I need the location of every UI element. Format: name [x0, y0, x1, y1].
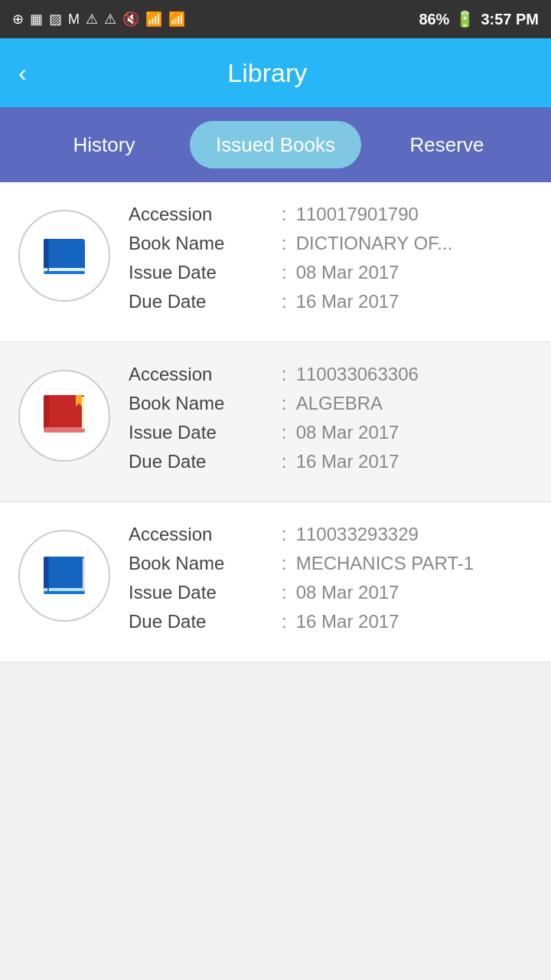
duedate-value-3: 16 Mar 2017: [296, 611, 399, 632]
doc-icon: ▦: [30, 11, 43, 28]
mail-icon: M: [68, 11, 80, 28]
accession-label-3: Accession: [129, 524, 282, 545]
tab-history[interactable]: History: [18, 121, 190, 168]
book-item-3: Accession : 110033293329 Book Name : MEC…: [0, 502, 551, 662]
accession-colon-2: :: [282, 364, 287, 385]
svg-rect-8: [82, 397, 85, 429]
svg-rect-3: [44, 271, 85, 274]
svg-rect-15: [83, 558, 85, 589]
issuedate-value-3: 08 Mar 2017: [296, 582, 399, 603]
page-title: Library: [42, 58, 493, 88]
bookname-value-1: DICTIONARY OF...: [296, 233, 452, 254]
svg-rect-0: [44, 239, 85, 271]
book-details-1: Accession : 110017901790 Book Name : DIC…: [129, 204, 533, 320]
issuedate-label-3: Issue Date: [129, 582, 282, 603]
mute-icon: 🔇: [122, 11, 139, 28]
bookname-value-2: ALGEBRA: [296, 393, 383, 414]
tab-pill: History Issued Books Reserve: [18, 121, 533, 168]
svg-rect-6: [44, 395, 49, 430]
book-icon-wrap-2: [18, 370, 110, 462]
book-icon-red-2: [37, 391, 91, 441]
bookname-row-2: Book Name : ALGEBRA: [129, 393, 533, 414]
tab-bar: History Issued Books Reserve: [0, 107, 551, 182]
wifi-icon: 📶: [145, 11, 162, 28]
duedate-value-1: 16 Mar 2017: [296, 291, 399, 312]
bookname-label-1: Book Name: [129, 233, 282, 254]
issuedate-value-1: 08 Mar 2017: [296, 262, 399, 283]
svg-rect-7: [44, 427, 85, 433]
accession-value-2: 110033063306: [296, 364, 419, 385]
issuedate-label-1: Issue Date: [129, 262, 282, 283]
status-bar: ⊕ ▦ ▨ M ⚠ ⚠ 🔇 📶 📶 86% 🔋 3:57 PM: [0, 0, 551, 38]
bookname-row-1: Book Name : DICTIONARY OF...: [129, 233, 533, 254]
issuedate-value-2: 08 Mar 2017: [296, 422, 399, 443]
battery-percent: 86%: [419, 11, 449, 28]
bookname-value-3: MECHANICS PART-1: [296, 553, 474, 574]
header: ‹ Library: [0, 38, 551, 107]
duedate-colon-3: :: [282, 611, 287, 632]
add-icon: ⊕: [12, 11, 24, 28]
warn-icon: ⚠: [86, 11, 98, 28]
issuedate-label-2: Issue Date: [129, 422, 282, 443]
accession-value-1: 110017901790: [296, 204, 419, 225]
tab-issued-books[interactable]: Issued Books: [190, 121, 361, 168]
back-button[interactable]: ‹: [18, 59, 27, 87]
book-icon-wrap-3: [18, 530, 110, 622]
svg-rect-11: [44, 557, 48, 590]
accession-colon-3: :: [282, 524, 287, 545]
duedate-row-2: Due Date : 16 Mar 2017: [129, 451, 533, 472]
issuedate-row-1: Issue Date : 08 Mar 2017: [129, 262, 533, 283]
issuedate-colon-2: :: [282, 422, 287, 443]
book-icon-blue-3: [37, 552, 91, 599]
accession-row-1: Accession : 110017901790: [129, 204, 533, 225]
book-list: Accession : 110017901790 Book Name : DIC…: [0, 182, 551, 662]
bookname-row-3: Book Name : MECHANICS PART-1: [129, 553, 533, 574]
accession-label-2: Accession: [129, 364, 282, 385]
book-details-2: Accession : 110033063306 Book Name : ALG…: [129, 364, 533, 480]
accession-label-1: Accession: [129, 204, 282, 225]
book-item-1: Accession : 110017901790 Book Name : DIC…: [0, 182, 551, 342]
bookname-colon-3: :: [282, 553, 287, 574]
duedate-label-1: Due Date: [129, 291, 282, 312]
signal-icon: 📶: [168, 11, 185, 28]
book-item-2: Accession : 110033063306 Book Name : ALG…: [0, 342, 551, 502]
duedate-value-2: 16 Mar 2017: [296, 451, 399, 472]
bookname-label-2: Book Name: [129, 393, 282, 414]
bookname-colon-2: :: [282, 393, 287, 414]
accession-colon-1: :: [282, 204, 287, 225]
bookname-label-3: Book Name: [129, 553, 282, 574]
book-icon-blue-1: [37, 233, 91, 279]
duedate-colon-1: :: [282, 291, 287, 312]
tab-reserve[interactable]: Reserve: [361, 121, 533, 168]
book-icon-wrap-1: [18, 210, 110, 302]
time: 3:57 PM: [481, 11, 539, 28]
warn2-icon: ⚠: [104, 11, 116, 28]
bookname-colon-1: :: [282, 233, 287, 254]
status-icons: ⊕ ▦ ▨ M ⚠ ⚠ 🔇 📶 📶: [12, 11, 185, 28]
status-right: 86% 🔋 3:57 PM: [419, 10, 539, 28]
svg-rect-1: [44, 239, 48, 271]
duedate-colon-2: :: [282, 451, 287, 472]
duedate-label-3: Due Date: [129, 611, 282, 632]
issuedate-colon-3: :: [282, 582, 287, 603]
duedate-row-3: Due Date : 16 Mar 2017: [129, 611, 533, 632]
issuedate-row-3: Issue Date : 08 Mar 2017: [129, 582, 533, 603]
svg-rect-13: [44, 591, 85, 594]
book-details-3: Accession : 110033293329 Book Name : MEC…: [129, 524, 533, 640]
image-icon: ▨: [49, 11, 62, 28]
issuedate-row-2: Issue Date : 08 Mar 2017: [129, 422, 533, 443]
duedate-row-1: Due Date : 16 Mar 2017: [129, 291, 533, 312]
accession-row-3: Accession : 110033293329: [129, 524, 533, 545]
duedate-label-2: Due Date: [129, 451, 282, 472]
accession-value-3: 110033293329: [296, 524, 419, 545]
battery-icon: 🔋: [455, 10, 474, 28]
svg-rect-10: [44, 557, 85, 590]
accession-row-2: Accession : 110033063306: [129, 364, 533, 385]
issuedate-colon-1: :: [282, 262, 287, 283]
